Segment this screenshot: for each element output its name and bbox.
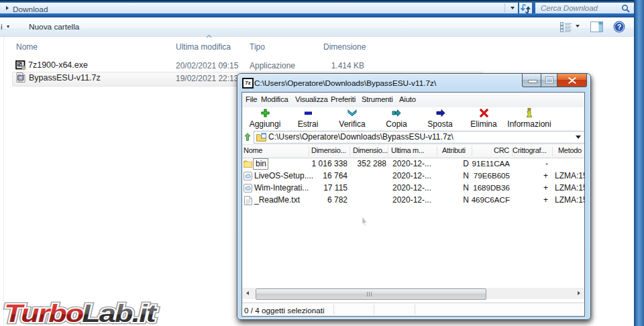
svg-text:?: ? bbox=[617, 23, 622, 31]
svg-text:TurboLab.it: TurboLab.it bbox=[4, 300, 157, 326]
svg-text:7z: 7z bbox=[17, 62, 21, 66]
